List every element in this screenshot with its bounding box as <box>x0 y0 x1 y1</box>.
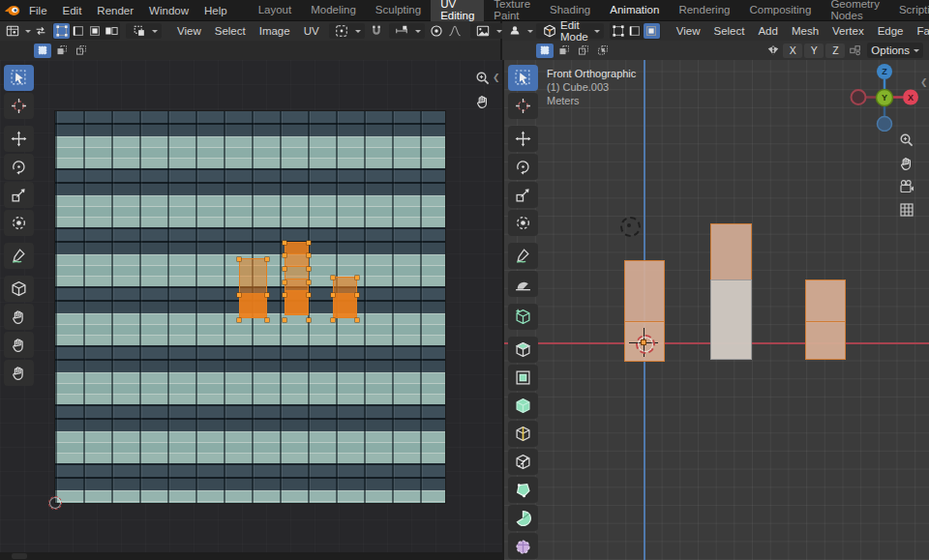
inset-tool[interactable] <box>508 365 538 391</box>
uv-face[interactable] <box>285 253 309 267</box>
annotate-tool[interactable] <box>4 243 34 269</box>
menu-view[interactable]: View <box>670 23 707 39</box>
uv-vertex[interactable] <box>331 318 335 322</box>
selectmode-set-button[interactable] <box>536 44 554 58</box>
pinch-hand-tool[interactable] <box>4 332 34 358</box>
uv-vertex[interactable] <box>265 293 269 297</box>
camera-view-icon[interactable] <box>896 176 917 197</box>
uv-vertex[interactable] <box>307 293 311 297</box>
tab-modeling[interactable]: Modeling <box>301 1 366 19</box>
sticky-selection-dropdown[interactable] <box>126 23 162 39</box>
edge-mode-button[interactable] <box>627 23 644 39</box>
uv-vertex[interactable] <box>331 276 335 280</box>
uv-vertex[interactable] <box>307 280 311 284</box>
mesh-cube[interactable] <box>710 224 752 363</box>
mode-dropdown[interactable]: Edit Mode <box>536 23 604 39</box>
uv-vertex[interactable] <box>237 318 241 322</box>
uv-vertex[interactable] <box>307 318 311 322</box>
proportional-edit-icon[interactable] <box>429 23 445 39</box>
uv-vertex[interactable] <box>355 293 359 297</box>
viewport-editor-type-icon[interactable] <box>506 23 523 39</box>
transform-tool[interactable] <box>4 210 34 236</box>
menu-mesh[interactable]: Mesh <box>785 23 825 39</box>
menu-render[interactable]: Render <box>89 3 141 18</box>
snap-magnet-icon[interactable] <box>369 23 385 39</box>
rotate-tool[interactable] <box>4 154 34 180</box>
grab-hand-tool[interactable] <box>4 360 34 386</box>
uv-2d-cursor[interactable] <box>48 496 62 510</box>
axis-z-button[interactable]: Z <box>825 44 845 58</box>
add-cube-tool[interactable] <box>508 304 538 330</box>
box-select-tool[interactable] <box>4 65 34 91</box>
mesh-face[interactable] <box>805 321 846 360</box>
menu-edit[interactable]: Edit <box>55 3 90 18</box>
mesh-face[interactable] <box>710 223 752 281</box>
uv-vertex[interactable] <box>331 293 335 297</box>
tab-layout[interactable]: Layout <box>249 1 302 19</box>
mesh-face[interactable] <box>805 280 846 323</box>
bevel-tool[interactable] <box>508 393 538 419</box>
uv-vertex[interactable] <box>283 293 286 297</box>
cursor-tool[interactable] <box>4 93 34 119</box>
uv-vertex[interactable] <box>237 293 241 297</box>
axis-y-button[interactable]: Y <box>804 44 824 58</box>
selectmode-intersect-button[interactable] <box>594 44 612 58</box>
move-tool[interactable] <box>508 126 538 152</box>
zoom-magnifier-icon[interactable] <box>472 68 494 89</box>
tab-compositing[interactable]: Compositing <box>739 1 821 19</box>
uv-editor-canvas[interactable]: ❮ <box>0 60 502 560</box>
uv-vertex[interactable] <box>307 267 311 271</box>
menu-image[interactable]: Image <box>253 23 297 39</box>
sidebar-toggle-icon[interactable]: ❮ <box>493 73 500 82</box>
selectmode-set-button[interactable] <box>34 44 51 58</box>
uv-face[interactable] <box>239 293 267 318</box>
snap-with-dropdown[interactable] <box>389 23 425 39</box>
scale-tool[interactable] <box>4 182 34 208</box>
extrude-tool[interactable] <box>508 337 538 363</box>
falloff-curve-icon[interactable] <box>447 23 464 39</box>
pivot-dropdown[interactable] <box>329 23 365 39</box>
menu-vertex[interactable]: Vertex <box>825 23 871 39</box>
axis-x-button[interactable]: X <box>783 44 802 58</box>
selectmode-extend-button[interactable] <box>555 44 573 58</box>
uv-vertex[interactable] <box>237 257 241 261</box>
viewport-canvas[interactable]: Front Orthographic (1) Cube.003 Meters Z… <box>504 60 929 560</box>
uv-island[interactable] <box>333 278 357 320</box>
face-mode-button[interactable] <box>86 23 103 39</box>
uv-vertex[interactable] <box>283 253 286 257</box>
uv-vertex[interactable] <box>307 253 311 257</box>
mirror-butterfly-icon[interactable] <box>764 43 781 58</box>
uv-face[interactable] <box>285 266 309 280</box>
polybuild-tool[interactable] <box>508 477 538 503</box>
measure-tool[interactable] <box>508 271 538 297</box>
cursor-tool[interactable] <box>508 93 538 119</box>
edge-mode-button[interactable] <box>70 23 86 39</box>
uv-vertex[interactable] <box>355 276 359 280</box>
uv-editor-type-icon[interactable] <box>4 23 20 39</box>
uv-vertex[interactable] <box>283 267 286 271</box>
blender-logo-icon[interactable] <box>4 2 21 19</box>
uv-face[interactable] <box>333 277 357 294</box>
scale-tool[interactable] <box>508 182 538 208</box>
selectmode-extend-button[interactable] <box>53 44 71 58</box>
uv-face[interactable] <box>285 290 309 315</box>
uv-island[interactable] <box>285 243 309 320</box>
uv-vertex[interactable] <box>265 318 269 322</box>
menu-select[interactable]: Select <box>706 23 751 39</box>
vertex-mode-button[interactable] <box>53 23 70 39</box>
mesh-face[interactable] <box>624 260 665 323</box>
uv-vertex[interactable] <box>355 318 359 322</box>
annotate-tool[interactable] <box>508 243 538 269</box>
menu-file[interactable]: File <box>21 3 55 18</box>
pan-hand-icon[interactable] <box>896 153 917 174</box>
move-tool[interactable] <box>4 126 34 152</box>
uv-sync-icon[interactable] <box>32 23 48 39</box>
face-mode-button[interactable] <box>644 23 660 39</box>
navigation-gizmo[interactable]: Z X Y <box>850 62 919 132</box>
ortho-grid-icon[interactable] <box>896 199 917 221</box>
menu-uv[interactable]: UV <box>297 23 326 39</box>
menu-add[interactable]: Add <box>751 23 784 39</box>
box-select-tool[interactable] <box>508 65 538 91</box>
uv-vertex[interactable] <box>283 241 286 245</box>
selectmode-subtract-button[interactable] <box>73 44 90 58</box>
